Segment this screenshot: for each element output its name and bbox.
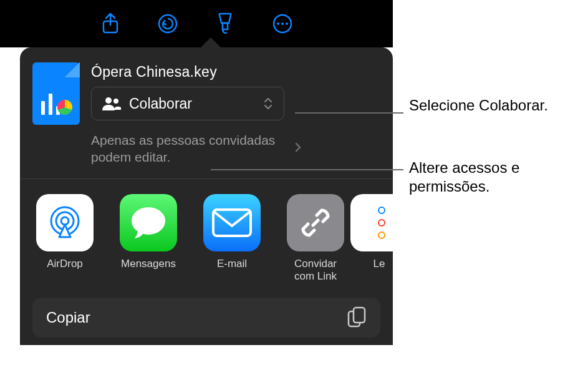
share-app-airdrop[interactable]: AirDrop: [32, 194, 97, 284]
app-label: Convidar com Link: [283, 258, 348, 284]
svg-point-1: [159, 15, 176, 32]
svg-point-5: [281, 22, 284, 25]
brush-icon: [215, 12, 235, 35]
copy-label: Copiar: [46, 309, 90, 326]
copy-action[interactable]: Copiar: [32, 298, 380, 338]
svg-point-7: [105, 97, 112, 104]
app-label: Le: [374, 258, 385, 284]
svg-point-6: [286, 22, 288, 25]
more-button[interactable]: [270, 11, 295, 36]
share-button[interactable]: [98, 11, 123, 36]
mail-icon: [203, 194, 261, 251]
undo-icon: [157, 13, 178, 34]
collaborate-dropdown[interactable]: Colaborar: [91, 87, 284, 120]
airdrop-icon: [36, 194, 94, 251]
share-app-invite-link[interactable]: Convidar com Link: [283, 194, 348, 284]
share-app-reminders-partial[interactable]: Le: [367, 194, 392, 284]
svg-rect-13: [213, 210, 251, 236]
svg-rect-2: [223, 23, 228, 29]
popover-arrow: [198, 37, 223, 50]
toolbar: [0, 0, 393, 47]
app-label: AirDrop: [47, 258, 83, 284]
format-brush-button[interactable]: [213, 11, 238, 36]
app-label: Mensagens: [121, 258, 176, 284]
chevron-right-icon: [294, 142, 302, 156]
annotation-leader-line: [211, 169, 403, 170]
permissions-text: Apenas as pessoas convidadas podem edita…: [91, 132, 291, 166]
share-app-messages[interactable]: Mensagens: [116, 194, 181, 284]
share-icon: [101, 12, 120, 35]
more-icon: [272, 13, 293, 34]
svg-rect-15: [354, 308, 365, 323]
svg-point-8: [113, 99, 118, 104]
share-apps-row: AirDrop Mensagens: [20, 179, 393, 288]
annotation-text: Selecione Colaborar.: [409, 96, 548, 115]
link-icon: [287, 194, 344, 251]
reminders-icon: [350, 194, 393, 251]
dropdown-label: Colaborar: [129, 95, 263, 112]
share-popover: Ópera Chinesa.key Colaborar: [20, 47, 393, 345]
app-label: E-mail: [217, 258, 247, 284]
undo-button[interactable]: [155, 11, 180, 36]
svg-point-4: [277, 22, 279, 25]
annotation-leader-line: [295, 112, 403, 114]
share-app-mail[interactable]: E-mail: [200, 194, 264, 284]
file-name: Ópera Chinesa.key: [91, 64, 380, 80]
messages-icon: [120, 194, 177, 251]
copy-icon: [347, 306, 367, 329]
svg-point-9: [61, 217, 69, 225]
chevron-updown-icon: [263, 95, 274, 112]
people-icon: [102, 96, 122, 111]
document-icon: [32, 62, 80, 125]
svg-point-12: [132, 207, 165, 235]
permissions-row[interactable]: Apenas as pessoas convidadas podem edita…: [91, 132, 380, 166]
annotation-text: Altere acessos e permissões.: [409, 158, 571, 196]
